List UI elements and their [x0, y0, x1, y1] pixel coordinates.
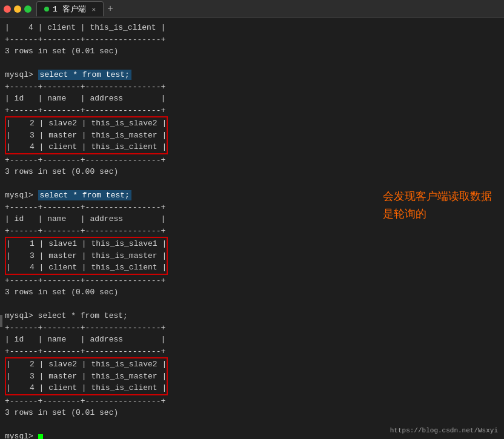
block2-rows: | 1 | slave1 | this_is_slave1 | | 3 | ma… [6, 239, 167, 272]
block2-command: select * from test; [38, 190, 131, 200]
annotation: 会发现客户端读取数据 是轮询的 [383, 188, 492, 223]
title-bar: 1 客户端 ✕ + [0, 0, 504, 18]
block3-sep1: +------+--------+----------------+ [5, 323, 165, 332]
block3-sep3: +------+--------+----------------+ [5, 397, 165, 406]
tab-client[interactable]: 1 客户端 ✕ [36, 1, 104, 16]
url-label: https://blog.csdn.net/Wsxyi [390, 427, 498, 434]
block1-result-box: | 2 | slave2 | this_is_slave2 | | 3 | ma… [5, 116, 168, 154]
tab-status-dot [44, 7, 49, 12]
scroll-indicator[interactable] [0, 315, 2, 327]
block3-header: | id | name | address | [5, 335, 165, 344]
annotation-line2: 是轮询的 [383, 205, 492, 223]
block2-header: | id | name | address | [5, 214, 165, 223]
close-button[interactable] [4, 5, 11, 13]
window-controls [4, 5, 31, 13]
annotation-line1: 会发现客户端读取数据 [383, 188, 492, 205]
block1-prompt: mysql> select * from test; [5, 70, 131, 80]
block3-prompt: mysql> select * from test; [5, 311, 128, 320]
block1-sep3: +------+--------+----------------+ [5, 156, 165, 165]
tab-close-icon[interactable]: ✕ [92, 5, 96, 13]
top-line-3: 3 rows in set (0.01 sec) [5, 47, 118, 56]
top-line-1: | 4 | client | this_is_client | [5, 23, 165, 32]
final-prompt: mysql> [5, 432, 43, 439]
cursor [38, 434, 43, 440]
block1-result: 3 rows in set (0.00 sec) [5, 167, 118, 176]
block2-result: 3 rows in set (0.00 sec) [5, 288, 118, 297]
block1-rows: | 2 | slave2 | this_is_slave2 | | 3 | ma… [6, 119, 167, 151]
block1-sep2: +------+--------+----------------+ [5, 106, 165, 115]
block1-sep1: +------+--------+----------------+ [5, 82, 165, 91]
minimize-button[interactable] [14, 5, 21, 13]
tab-add-icon[interactable]: + [107, 4, 113, 15]
tab-label: 1 客户端 [53, 4, 86, 15]
block2-prompt: mysql> select * from test; [5, 190, 131, 200]
block1-header: | id | name | address | [5, 94, 165, 103]
block3-sep2: +------+--------+----------------+ [5, 347, 165, 356]
terminal-content: | 4 | client | this_is_client | +------+… [5, 22, 499, 439]
terminal-area: | 4 | client | this_is_client | +------+… [0, 18, 504, 439]
block1-command: select * from test; [38, 70, 131, 80]
block3-rows: | 2 | slave2 | this_is_slave2 | | 3 | ma… [6, 360, 167, 392]
block2-result-box: | 1 | slave1 | this_is_slave1 | | 3 | ma… [5, 237, 168, 275]
top-line-2: +------+--------+----------------+ [5, 35, 165, 44]
block3-result-box: | 2 | slave2 | this_is_slave2 | | 3 | ma… [5, 357, 168, 395]
block2-sep3: +------+--------+----------------+ [5, 276, 165, 285]
block2-sep1: +------+--------+----------------+ [5, 203, 165, 212]
maximize-button[interactable] [24, 5, 31, 13]
block2-sep2: +------+--------+----------------+ [5, 226, 165, 236]
block3-result: 3 rows in set (0.01 sec) [5, 408, 118, 417]
